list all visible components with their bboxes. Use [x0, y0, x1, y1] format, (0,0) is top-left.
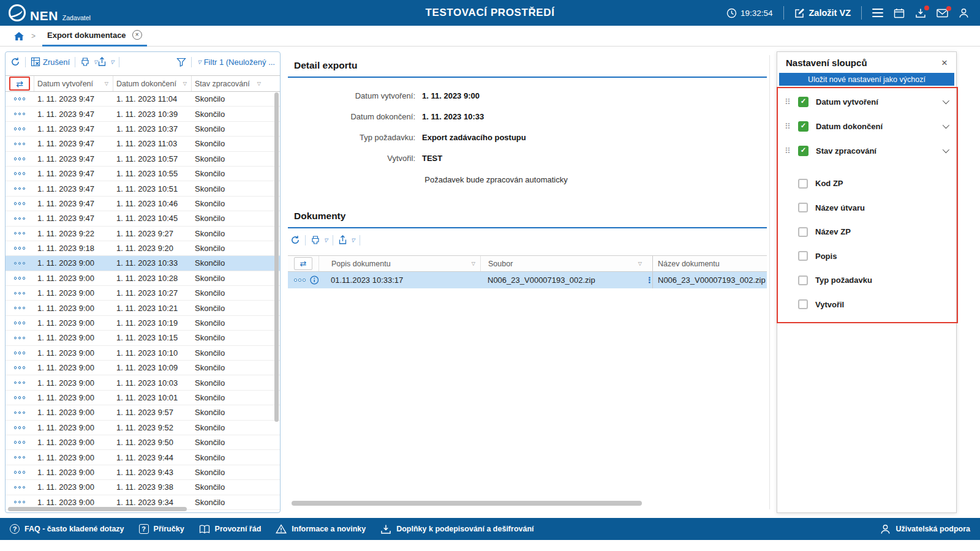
export-row[interactable]: 1. 11. 2023 9:00 1. 11. 2023 10:33 Skonč… [6, 256, 280, 271]
row-menu-icon[interactable] [14, 143, 26, 146]
export-row[interactable]: 1. 11. 2023 9:00 1. 11. 2023 9:52 Skonči… [6, 421, 280, 435]
export-row[interactable]: 1. 11. 2023 9:47 1. 11. 2023 10:45 Skonč… [6, 211, 280, 226]
row-menu-icon[interactable] [14, 277, 26, 280]
checkbox-unchecked[interactable] [798, 299, 808, 309]
checkbox-unchecked[interactable] [798, 251, 808, 261]
doc-column-chooser-button[interactable]: ⇄ [294, 257, 312, 270]
checkbox-unchecked[interactable] [798, 227, 808, 237]
column-header-stav-zpracovani[interactable]: Stav zpracování ▽ [191, 76, 265, 91]
column-chooser-button[interactable]: ⇄ [9, 77, 30, 91]
tab-export-dokumentace[interactable]: Export dokumentace × [42, 26, 147, 47]
row-menu-icon[interactable] [14, 247, 26, 250]
row-menu-icon[interactable] [14, 381, 26, 384]
row-menu-icon[interactable] [14, 396, 26, 399]
info-icon[interactable] [310, 276, 319, 285]
footer-link-prirucky[interactable]: ? Příručky [139, 524, 184, 534]
export-row[interactable]: 1. 11. 2023 9:18 1. 11. 2023 9:20 Skonči… [6, 241, 280, 256]
nen-logo[interactable]: NEN Zadavatel [9, 4, 91, 22]
export-row[interactable]: 1. 11. 2023 9:47 1. 11. 2023 10:51 Skonč… [6, 181, 280, 196]
column-header-nazev-dokumentu[interactable]: Název dokumentu [653, 256, 767, 271]
tab-close-icon[interactable]: × [132, 30, 142, 40]
close-panel-icon[interactable]: × [941, 58, 948, 68]
column-filter-icon[interactable]: ▽ [257, 81, 261, 86]
row-menu-icon[interactable] [14, 217, 26, 220]
column-header-datum-vytvoreni[interactable]: Datum vytvoření ▽ [34, 76, 113, 91]
column-header-datum-dokonceni[interactable]: Datum dokončení ▽ [113, 76, 191, 91]
export-row[interactable]: 1. 11. 2023 9:00 1. 11. 2023 9:50 Skonči… [6, 435, 280, 450]
row-menu-icon[interactable] [14, 456, 26, 459]
export-row[interactable]: 1. 11. 2023 9:00 1. 11. 2023 10:19 Skonč… [6, 316, 280, 331]
checkbox-unchecked[interactable] [798, 203, 808, 212]
row-menu-icon[interactable] [14, 337, 26, 340]
export-row[interactable]: 1. 11. 2023 9:47 1. 11. 2023 10:57 Skonč… [6, 152, 280, 167]
column-filter-icon[interactable]: ▽ [472, 261, 475, 266]
column-toggle-item[interactable]: ⠿ ✓ Stav zpracování [777, 138, 956, 163]
export-row[interactable]: 1. 11. 2023 9:00 1. 11. 2023 10:28 Skonč… [6, 271, 280, 286]
drag-handle-icon[interactable]: ⠿ [785, 97, 793, 107]
export-row[interactable]: 1. 11. 2023 9:00 1. 11. 2023 10:15 Skonč… [6, 331, 280, 345]
row-menu-icon[interactable] [14, 441, 26, 444]
column-header-soubor[interactable]: Soubor ▽ [480, 256, 647, 271]
chevron-down-icon[interactable] [943, 146, 949, 153]
row-menu-icon[interactable] [14, 172, 26, 175]
row-menu-icon[interactable] [14, 366, 26, 369]
row-menu-icon[interactable] [14, 262, 26, 265]
vertical-scrollbar[interactable] [274, 92, 279, 422]
footer-link-doplnky[interactable]: Doplňky k podepisování a dešifrování [380, 524, 533, 534]
row-menu-icon[interactable] [14, 501, 26, 504]
export-row[interactable]: 1. 11. 2023 9:47 1. 11. 2023 11:04 Skonč… [6, 92, 280, 107]
export-row[interactable]: 1. 11. 2023 9:00 1. 11. 2023 10:27 Skonč… [6, 286, 280, 301]
document-row[interactable]: 01.11.2023 10:33:17 N006_23_V00007193_00… [288, 272, 767, 288]
refresh-button[interactable] [290, 235, 300, 245]
export-row[interactable]: 1. 11. 2023 9:00 1. 11. 2023 10:21 Skonč… [6, 301, 280, 315]
row-menu-icon[interactable] [14, 97, 26, 100]
export-row[interactable]: 1. 11. 2023 9:47 1. 11. 2023 10:39 Skonč… [6, 107, 280, 121]
row-menu-icon[interactable] [14, 232, 26, 235]
messages-button[interactable] [937, 9, 948, 18]
home-button[interactable] [13, 31, 24, 41]
export-row[interactable]: 1. 11. 2023 9:00 1. 11. 2023 10:10 Skonč… [6, 346, 280, 361]
export-row[interactable]: 1. 11. 2023 9:00 1. 11. 2023 9:57 Skonči… [6, 405, 280, 420]
row-menu-icon[interactable] [14, 426, 26, 429]
column-filter-icon[interactable]: ▽ [638, 261, 642, 266]
column-filter-icon[interactable]: ▽ [105, 81, 108, 86]
footer-link-faq[interactable]: ? FAQ - často kladené dotazy [10, 524, 124, 534]
export-row[interactable]: 1. 11. 2023 9:47 1. 11. 2023 11:03 Skonč… [6, 137, 280, 151]
footer-link-informace[interactable]: Informace a novinky [276, 524, 366, 534]
export-row[interactable]: 1. 11. 2023 9:00 1. 11. 2023 10:01 Skonč… [6, 391, 280, 405]
checkbox-checked[interactable]: ✓ [798, 146, 809, 156]
checkbox-checked[interactable]: ✓ [798, 121, 809, 132]
filter-select[interactable]: ▽ Filtr 1 (Neuložený ... [197, 58, 275, 67]
checkbox-unchecked[interactable] [798, 276, 808, 285]
calendar-button[interactable] [894, 8, 905, 18]
column-toggle-item[interactable]: Vytvořil [777, 293, 956, 317]
row-menu-icon[interactable] [14, 351, 26, 354]
column-toggle-item[interactable]: ⠿ ✓ Datum vytvoření [777, 89, 956, 114]
profile-button[interactable] [959, 8, 969, 18]
create-vz-button[interactable]: Založit VZ [794, 8, 851, 18]
export-row[interactable]: 1. 11. 2023 9:47 1. 11. 2023 10:46 Skonč… [6, 197, 280, 211]
checkbox-unchecked[interactable] [798, 179, 808, 189]
checkbox-checked[interactable]: ✓ [798, 97, 809, 107]
row-menu-icon[interactable] [14, 321, 26, 324]
row-menu-icon[interactable] [14, 187, 26, 190]
chevron-down-icon[interactable] [943, 122, 949, 129]
footer-link-podpora[interactable]: Uživatelská podpora [880, 524, 970, 534]
column-toggle-item[interactable]: Typ požadavku [777, 268, 956, 293]
chevron-down-icon[interactable] [943, 97, 949, 104]
column-toggle-item[interactable]: ⠿ ✓ Datum dokončení [777, 114, 956, 138]
export-button[interactable]: ▽ [97, 57, 114, 67]
cancel-button[interactable]: Zrušení [31, 57, 70, 67]
drag-handle-icon[interactable]: ⠿ [785, 146, 793, 156]
column-filter-icon[interactable]: ▽ [183, 81, 187, 86]
documents-horizontal-scrollbar[interactable] [292, 501, 642, 506]
row-menu-icon[interactable] [14, 292, 26, 295]
drag-handle-icon[interactable]: ⠿ [785, 122, 793, 131]
column-toggle-item[interactable]: Název útvaru [777, 196, 956, 220]
filter-button[interactable] [176, 58, 186, 67]
column-toggle-item[interactable]: Popis [777, 244, 956, 269]
refresh-button[interactable] [10, 57, 20, 67]
row-menu-icon[interactable] [14, 307, 26, 310]
row-menu-icon[interactable] [14, 127, 26, 130]
export-row[interactable]: 1. 11. 2023 9:47 1. 11. 2023 10:55 Skonč… [6, 167, 280, 181]
